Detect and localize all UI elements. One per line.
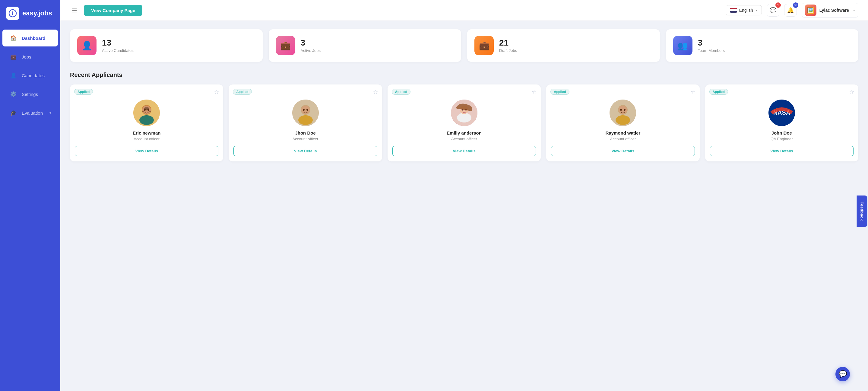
user-name: Lylac Software: [819, 8, 849, 13]
star-icon-eric[interactable]: ☆: [214, 89, 219, 95]
applicant-card-jhon: Applied ☆ Jhon Doe Account officer View …: [228, 85, 382, 161]
applicant-name-raymond: Raymond watler: [605, 130, 640, 136]
chat-icon: 💬: [839, 370, 847, 378]
applicant-card-emily: Applied ☆ Emiliy anderson Account office…: [388, 85, 541, 161]
svg-text:i: i: [12, 11, 13, 16]
messages-button[interactable]: 💬 1: [767, 4, 779, 17]
stat-cards: 👤 13 Active Candidates 💼 3 Active Jobs 💼…: [70, 29, 858, 62]
stat-card-draft-jobs: 💼 21 Draft Jobs: [467, 29, 660, 62]
recent-applicants-title: Recent Applicants: [70, 71, 858, 79]
evaluation-icon: 🎓: [9, 109, 18, 117]
svg-point-18: [457, 113, 471, 122]
sidebar-item-jobs[interactable]: 💼 Jobs: [2, 48, 58, 65]
view-company-button[interactable]: View Company Page: [84, 5, 142, 16]
menu-button[interactable]: ☰: [70, 5, 79, 16]
user-menu[interactable]: 🖼️ Lylac Software ▾: [802, 3, 858, 18]
notification-badge: 36: [793, 2, 798, 8]
chevron-down-icon: ▾: [50, 111, 51, 115]
view-details-button-emily[interactable]: View Details: [392, 146, 536, 156]
applicant-name-eric: Eric newman: [133, 130, 161, 136]
applicant-card-johndoe2: Applied ☆ NASA John Doe QA Engineer View…: [705, 85, 858, 161]
stat-label-team-members: Team Members: [698, 48, 725, 53]
view-details-button-raymond[interactable]: View Details: [551, 146, 694, 156]
applicant-badge-jhon: Applied: [233, 89, 251, 95]
star-icon-johndoe2[interactable]: ☆: [849, 89, 854, 95]
star-icon-jhon[interactable]: ☆: [373, 89, 378, 95]
stat-info-team-members: 3 Team Members: [698, 38, 725, 53]
stat-card-active-jobs: 💼 3 Active Jobs: [269, 29, 461, 62]
star-icon-raymond[interactable]: ☆: [691, 89, 695, 95]
sidebar-label-candidates: Candidates: [22, 73, 44, 78]
user-avatar: 🖼️: [805, 4, 816, 16]
settings-icon: ⚙️: [9, 90, 18, 98]
stat-label-active-jobs: Active Jobs: [301, 48, 320, 53]
applicant-badge-eric: Applied: [74, 89, 93, 95]
stat-label-active-candidates: Active Candidates: [102, 48, 134, 53]
applicant-name-johndoe2: John Doe: [772, 130, 792, 136]
svg-point-15: [303, 109, 305, 111]
applicant-avatar-raymond: [610, 99, 636, 126]
applicant-role-eric: Account officer: [134, 137, 159, 141]
view-details-button-jhon[interactable]: View Details: [234, 146, 377, 156]
svg-point-9: [144, 109, 146, 111]
bell-icon: 🔔: [787, 7, 794, 13]
applicant-badge-emily: Applied: [392, 89, 410, 95]
applicant-role-jhon: Account officer: [292, 137, 318, 141]
message-badge: 1: [775, 2, 781, 8]
applicant-avatar-emily: [451, 99, 477, 126]
applicant-role-raymond: Account officer: [610, 137, 636, 141]
jobs-icon: 💼: [9, 53, 18, 61]
header: ☰ View Company Page English ▾ 💬 1 🔔 36 🖼…: [60, 0, 868, 21]
svg-point-10: [148, 109, 149, 111]
chat-button[interactable]: 💬: [835, 367, 850, 381]
logo-icon: i: [6, 7, 19, 20]
stat-number-active-candidates: 13: [102, 38, 134, 48]
applicant-badge-raymond: Applied: [550, 89, 569, 95]
chevron-down-icon: ▾: [755, 8, 757, 12]
stat-label-draft-jobs: Draft Jobs: [499, 48, 517, 53]
stat-icon-draft-jobs: 💼: [474, 36, 494, 55]
sidebar-item-settings[interactable]: ⚙️ Settings: [2, 86, 58, 102]
applicant-card-eric: Applied ☆ Eric newman Account officer Vi…: [70, 85, 223, 161]
candidates-icon: 👤: [9, 71, 18, 80]
svg-rect-7: [142, 111, 144, 112]
language-label: English: [739, 8, 753, 13]
dashboard-body: 👤 13 Active Candidates 💼 3 Active Jobs 💼…: [60, 21, 868, 391]
feedback-button[interactable]: Feedback: [857, 196, 867, 227]
stat-card-active-candidates: 👤 13 Active Candidates: [70, 29, 263, 62]
svg-point-24: [616, 115, 630, 125]
stat-icon-active-candidates: 👤: [77, 36, 96, 55]
sidebar-label-settings: Settings: [22, 92, 38, 97]
svg-point-4: [140, 115, 154, 125]
sidebar-logo: i easy.jobs: [0, 0, 60, 27]
svg-rect-8: [149, 111, 151, 112]
language-selector[interactable]: English ▾: [726, 5, 762, 16]
applicant-name-emily: Emiliy anderson: [447, 130, 482, 136]
svg-point-16: [306, 109, 308, 111]
svg-point-27: [624, 109, 625, 111]
stat-number-active-jobs: 3: [301, 38, 320, 48]
user-chevron-icon: ▾: [853, 8, 855, 12]
applicant-role-emily: Account officer: [451, 137, 477, 141]
applicant-avatar-johndoe2: NASA: [769, 99, 795, 126]
notifications-button[interactable]: 🔔 36: [784, 4, 797, 17]
svg-point-26: [620, 109, 622, 111]
sidebar-item-candidates[interactable]: 👤 Candidates: [2, 67, 58, 84]
stat-icon-active-jobs: 💼: [276, 36, 295, 55]
sidebar-item-evaluation[interactable]: 🎓 Evaluation ▾: [2, 104, 58, 121]
applicant-cards: Applied ☆ Eric newman Account officer Vi…: [70, 85, 858, 161]
applicant-name-jhon: Jhon Doe: [295, 130, 315, 136]
sidebar-nav: 🏠 Dashboard 💼 Jobs 👤 Candidates ⚙️ Setti…: [0, 27, 60, 124]
star-icon-emily[interactable]: ☆: [532, 89, 536, 95]
view-details-button-johndoe2[interactable]: View Details: [710, 146, 854, 156]
sidebar-item-dashboard[interactable]: 🏠 Dashboard: [2, 30, 58, 47]
us-flag-icon: [730, 8, 737, 13]
stat-info-active-jobs: 3 Active Jobs: [301, 38, 320, 53]
applicant-card-raymond: Applied ☆ Raymond watler Account officer…: [546, 85, 700, 161]
stat-info-active-candidates: 13 Active Candidates: [102, 38, 134, 53]
view-details-button-eric[interactable]: View Details: [75, 146, 218, 156]
stat-info-draft-jobs: 21 Draft Jobs: [499, 38, 517, 53]
main-content: ☰ View Company Page English ▾ 💬 1 🔔 36 🖼…: [60, 0, 868, 391]
stat-card-team-members: 👥 3 Team Members: [666, 29, 859, 62]
sidebar: i easy.jobs 🏠 Dashboard 💼 Jobs 👤 Candida…: [0, 0, 60, 391]
